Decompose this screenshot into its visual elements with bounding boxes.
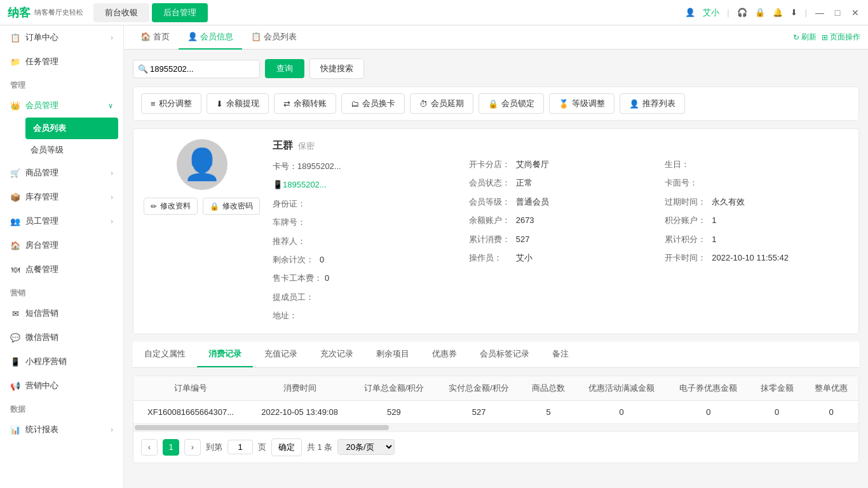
table-scroll[interactable]: 订单编号 消费时间 订单总金额/积分 实付总金额/积分 商品总数 优惠活动满减金… xyxy=(133,376,858,424)
table-section: 订单编号 消费时间 订单总金额/积分 实付总金额/积分 商品总数 优惠活动满减金… xyxy=(133,376,859,463)
tab-backend[interactable]: 后台管理 xyxy=(152,3,208,22)
row-whole: 0 xyxy=(804,400,858,423)
tab-member-list[interactable]: 📋 会员列表 xyxy=(242,25,306,50)
member-phone: 📱18955202... xyxy=(273,177,327,192)
sidebar-item-dining[interactable]: 🍽 点餐管理 xyxy=(0,257,123,281)
tab-times-record[interactable]: 充次记录 xyxy=(309,342,365,367)
tab-consume-record[interactable]: 消费记录 xyxy=(197,342,253,367)
swap-card-btn[interactable]: 🗂 会员换卡 xyxy=(341,93,405,114)
sidebar-section-manage: 管理 xyxy=(0,74,123,93)
current-page-btn[interactable]: 1 xyxy=(163,439,179,456)
recommend-list-btn[interactable]: 👤 推荐列表 xyxy=(620,93,685,114)
sidebar-item-miniapp[interactable]: 📱 小程序营销 xyxy=(0,349,123,374)
sidebar-task-label: 任务管理 xyxy=(25,56,58,67)
sidebar-item-inventory[interactable]: 📦 库存管理 › xyxy=(0,185,123,209)
sidebar-item-task[interactable]: 📁 任务管理 xyxy=(0,50,123,74)
member-card-no-row: 卡号：18955202... xyxy=(273,159,456,173)
query-button[interactable]: 查询 xyxy=(265,59,304,78)
balance-transfer-btn[interactable]: ⇄ 余额转账 xyxy=(274,93,336,114)
sms-icon: ✉ xyxy=(10,308,20,318)
prev-page-btn[interactable]: ‹ xyxy=(141,439,158,456)
col-qty: 商品总数 xyxy=(521,376,576,401)
search-bar: 🔍 查询 快捷搜索 xyxy=(133,58,859,79)
id-card-row: 身份证： xyxy=(273,196,456,211)
sidebar-item-order[interactable]: 📋 订单中心 › xyxy=(0,25,123,50)
refresh-btn[interactable]: ↻ 刷新 xyxy=(793,32,817,43)
status-row: 会员状态： 正常 xyxy=(469,175,653,190)
tab-recharge-record[interactable]: 充值记录 xyxy=(253,342,309,367)
lock-icon[interactable]: 🔒 xyxy=(755,8,765,17)
card-cost-label: 售卡工本费： xyxy=(273,271,322,285)
user-icon: 👤 xyxy=(685,8,695,17)
expire-value: 永久有效 xyxy=(712,194,745,209)
stats-icon: 📊 xyxy=(10,424,20,435)
bell-icon[interactable]: 🔔 xyxy=(773,8,783,17)
sidebar-item-stats[interactable]: 📊 统计报表 › xyxy=(0,417,123,442)
sidebar-item-marketing[interactable]: 📢 营销中心 xyxy=(0,374,123,398)
pagination: ‹ 1 › 到第 页 确定 共 1 条 20条/页 50条/页 100条/页 xyxy=(133,431,858,463)
headset-icon[interactable]: 🎧 xyxy=(737,8,747,17)
tab-tag-record[interactable]: 会员标签记录 xyxy=(468,342,541,367)
inventory-arrow-icon: › xyxy=(111,193,113,201)
page-confirm-btn[interactable]: 确定 xyxy=(271,438,302,456)
sidebar-item-product[interactable]: 🛒 商品管理 › xyxy=(0,161,123,185)
lock-member-btn[interactable]: 🔒 会员锁定 xyxy=(478,93,544,114)
card-no-text: 卡号：18955202... xyxy=(273,159,341,173)
level-adjust-btn[interactable]: 🏅 等级调整 xyxy=(549,93,614,114)
horizontal-scrollbar[interactable] xyxy=(133,424,858,431)
row-total: 529 xyxy=(351,400,437,423)
maximize-btn[interactable]: □ xyxy=(832,8,843,18)
close-btn[interactable]: ✕ xyxy=(850,8,860,18)
member-col-1: 王群 保密 卡号：18955202... 📱18955202... 身份证： xyxy=(273,139,456,323)
logo-text: 纳客 xyxy=(8,5,31,20)
sidebar-wechat-label: 微信营销 xyxy=(25,332,58,343)
col-coupon: 电子券优惠金额 xyxy=(667,376,750,401)
sidebar: 📋 订单中心 › 📁 任务管理 管理 👑 会员管理 ∨ 会员列表 会员等级 🛒 … xyxy=(0,25,124,488)
extend-btn[interactable]: ⏱ 会员延期 xyxy=(410,93,473,114)
edit-password-btn[interactable]: 🔒 修改密码 xyxy=(203,198,260,215)
page-jump-input[interactable] xyxy=(227,440,253,454)
tab-member-info[interactable]: 👤 会员信息 xyxy=(179,25,242,50)
total-points-label: 累计积分： xyxy=(665,232,709,247)
card-face-row: 卡面号： xyxy=(665,175,848,190)
col-order-no: 订单编号 xyxy=(133,376,248,401)
plate-label: 车牌号： xyxy=(273,215,317,229)
minimize-btn[interactable]: — xyxy=(815,8,825,18)
total-points-value: 1 xyxy=(712,232,716,247)
tab-frontend[interactable]: 前台收银 xyxy=(93,3,149,22)
row-qty: 5 xyxy=(521,400,576,423)
search-input[interactable] xyxy=(133,60,260,78)
logo-area: 纳客 纳客餐厅史轻松 xyxy=(8,5,83,20)
sidebar-item-sms[interactable]: ✉ 短信营销 xyxy=(0,301,123,325)
balance-withdraw-btn[interactable]: ⬇ 余额提现 xyxy=(207,93,269,114)
tab-custom-attr[interactable]: 自定义属性 xyxy=(133,342,197,367)
col-paid: 实付总金额/积分 xyxy=(437,376,522,401)
row-coupon: 0 xyxy=(667,400,750,423)
sidebar-item-member-level[interactable]: 会员等级 xyxy=(20,139,123,161)
tab-remain-items[interactable]: 剩余项目 xyxy=(365,342,421,367)
avatar-buttons: ✏ 修改资料 🔒 修改密码 xyxy=(144,198,260,215)
edit-profile-btn[interactable]: ✏ 修改资料 xyxy=(144,198,198,215)
page-action-btn[interactable]: ⊞ 页面操作 xyxy=(822,32,860,43)
page-size-select[interactable]: 20条/页 50条/页 100条/页 xyxy=(337,439,395,455)
sidebar-item-wechat[interactable]: 💬 微信营销 xyxy=(0,325,123,349)
quick-search-button[interactable]: 快捷搜索 xyxy=(309,58,364,79)
tab-notes[interactable]: 备注 xyxy=(541,342,580,367)
sidebar-product-label: 商品管理 xyxy=(25,167,58,179)
table-row[interactable]: XF160081665664307... 2022-10-05 13:49:08… xyxy=(133,400,858,423)
member-name: 王群 xyxy=(273,139,293,152)
sidebar-dining-label: 点餐管理 xyxy=(25,264,58,275)
miniapp-icon: 📱 xyxy=(10,356,20,367)
sidebar-item-member-list[interactable]: 会员列表 xyxy=(25,118,118,139)
order-icon: 📋 xyxy=(10,32,20,43)
col-whole-discount: 整单优惠 xyxy=(804,376,858,401)
tab-home[interactable]: 🏠 首页 xyxy=(132,25,179,50)
sidebar-item-member[interactable]: 👑 会员管理 ∨ xyxy=(0,93,123,118)
sidebar-item-room[interactable]: 🏠 房台管理 xyxy=(0,233,123,257)
points-adjust-btn[interactable]: ≡ 积分调整 xyxy=(141,93,201,114)
next-page-btn[interactable]: › xyxy=(184,439,201,456)
tab-coupons[interactable]: 优惠券 xyxy=(421,342,468,367)
download-icon[interactable]: ⬇ xyxy=(790,8,797,17)
sidebar-item-staff[interactable]: 👥 员工管理 › xyxy=(0,209,123,233)
branch-row: 开卡分店： 艾尚餐厅 xyxy=(469,157,653,172)
